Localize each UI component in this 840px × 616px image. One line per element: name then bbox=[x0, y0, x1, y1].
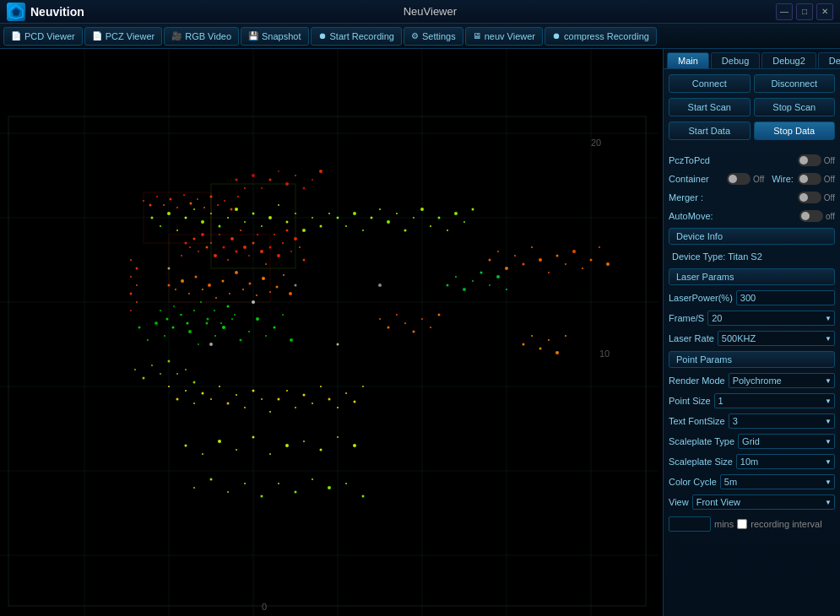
svg-point-42 bbox=[277, 254, 280, 257]
svg-point-92 bbox=[154, 322, 158, 325]
svg-point-227 bbox=[269, 453, 271, 455]
recording-interval-checkbox[interactable] bbox=[737, 519, 747, 529]
connect-row: Connect Disconnect bbox=[669, 74, 835, 93]
svg-point-209 bbox=[285, 182, 289, 186]
svg-point-43 bbox=[282, 242, 284, 244]
pcd-icon: 📄 bbox=[11, 31, 21, 41]
font-size-row: Text FontSize 12345 bbox=[669, 413, 835, 429]
svg-point-122 bbox=[447, 230, 448, 231]
render-mode-select[interactable]: PolychromeMonoIntensity bbox=[729, 373, 835, 388]
color-cycle-select[interactable]: 5m10m20m bbox=[720, 474, 835, 489]
view-select-wrapper: Front ViewTop ViewSide View bbox=[692, 494, 835, 510]
svg-point-105 bbox=[265, 335, 267, 337]
toolbar-rgb-video[interactable]: 🎥 RGB Video bbox=[164, 27, 239, 46]
svg-point-106 bbox=[274, 327, 276, 329]
svg-point-172 bbox=[176, 398, 179, 401]
color-cycle-label: Color Cycle bbox=[669, 477, 717, 487]
svg-point-146 bbox=[156, 196, 158, 197]
svg-point-213 bbox=[319, 170, 322, 173]
laser-rate-select[interactable]: 500KHZ250KHZ125KHZ bbox=[718, 331, 835, 346]
automove-toggle[interactable] bbox=[799, 210, 823, 222]
scaleplate-type-select[interactable]: GridNone bbox=[738, 434, 835, 449]
connect-button[interactable]: Connect bbox=[669, 74, 751, 93]
svg-point-53 bbox=[195, 276, 198, 278]
svg-point-238 bbox=[168, 267, 171, 270]
laser-rate-label: Laser Rate bbox=[669, 333, 714, 343]
svg-point-99 bbox=[214, 335, 216, 337]
svg-point-204 bbox=[244, 187, 246, 189]
svg-point-137 bbox=[582, 267, 583, 269]
svg-point-148 bbox=[170, 198, 172, 201]
view-select[interactable]: Front ViewTop ViewSide View bbox=[692, 494, 835, 510]
tab-debug2[interactable]: Debug2 bbox=[761, 52, 816, 68]
start-data-button[interactable]: Start Data bbox=[669, 122, 751, 140]
close-button[interactable]: ✕ bbox=[816, 3, 833, 20]
svg-point-176 bbox=[210, 398, 212, 400]
svg-point-208 bbox=[278, 170, 279, 172]
font-size-select[interactable]: 12345 bbox=[729, 413, 835, 429]
toolbar-snapshot[interactable]: 💾 Snapshot bbox=[241, 27, 308, 46]
point-size-select[interactable]: 12345 bbox=[714, 393, 835, 408]
toolbar-settings[interactable]: ⚙ Settings bbox=[404, 27, 463, 46]
svg-point-39 bbox=[265, 263, 267, 265]
device-type-value: Titan S2 bbox=[728, 251, 762, 262]
wire-toggle[interactable] bbox=[798, 173, 821, 185]
svg-point-214 bbox=[379, 318, 381, 320]
svg-point-196 bbox=[143, 377, 145, 380]
svg-point-54 bbox=[202, 289, 203, 290]
right-panel: Main Debug Debug2 Debug3 Connect Disconn… bbox=[663, 49, 840, 616]
pcztopcd-toggle[interactable] bbox=[798, 154, 821, 166]
svg-point-223 bbox=[202, 453, 203, 455]
svg-point-237 bbox=[378, 284, 382, 287]
svg-point-108 bbox=[290, 338, 293, 342]
svg-point-245 bbox=[130, 310, 132, 311]
stop-data-button[interactable]: Stop Data bbox=[754, 122, 836, 140]
svg-point-124 bbox=[463, 221, 465, 223]
minimize-button[interactable]: — bbox=[776, 3, 793, 20]
toolbar-pcd-viewer[interactable]: 📄 PCD Viewer bbox=[3, 27, 83, 46]
svg-point-24 bbox=[181, 255, 182, 257]
svg-point-205 bbox=[252, 174, 255, 177]
3d-viewer[interactable]: 20 10 0 bbox=[0, 49, 663, 616]
toolbar-pcz-viewer[interactable]: 📄 PCZ Viewer bbox=[84, 27, 162, 46]
start-scan-button[interactable]: Start Scan bbox=[669, 98, 751, 116]
svg-point-232 bbox=[353, 444, 356, 447]
pcz-icon: 📄 bbox=[92, 31, 102, 41]
point-size-select-wrapper: 12345 bbox=[714, 393, 835, 408]
svg-point-185 bbox=[286, 390, 288, 392]
svg-point-239 bbox=[130, 259, 132, 261]
svg-point-116 bbox=[396, 213, 398, 214]
framerate-select[interactable]: 20105 bbox=[707, 311, 835, 326]
disconnect-button[interactable]: Disconnect bbox=[754, 74, 836, 93]
toolbar-neuv-viewer[interactable]: 🖥 neuv Viewer bbox=[465, 27, 543, 46]
merger-toggle[interactable] bbox=[798, 192, 821, 203]
svg-point-173 bbox=[185, 390, 187, 392]
svg-point-244 bbox=[136, 301, 138, 303]
toolbar-compress-recording[interactable]: ⏺ compress Recording bbox=[545, 27, 657, 46]
recording-interval-input[interactable] bbox=[669, 516, 711, 532]
svg-point-128 bbox=[505, 267, 508, 270]
maximize-button[interactable]: □ bbox=[796, 3, 813, 20]
svg-text:10: 10 bbox=[599, 349, 610, 359]
svg-point-48 bbox=[303, 259, 306, 262]
merger-row: Merger : Off bbox=[669, 191, 835, 204]
svg-point-103 bbox=[248, 331, 250, 332]
laser-power-input[interactable] bbox=[736, 290, 835, 305]
svg-point-102 bbox=[240, 339, 242, 342]
svg-point-262 bbox=[227, 491, 229, 493]
toolbar-start-recording[interactable]: ⏺ Start Recording bbox=[311, 27, 402, 46]
snap-icon: 💾 bbox=[248, 31, 258, 41]
svg-point-151 bbox=[190, 203, 192, 205]
tab-main[interactable]: Main bbox=[667, 52, 709, 68]
svg-point-100 bbox=[222, 326, 225, 329]
svg-point-62 bbox=[256, 294, 257, 296]
tab-debug[interactable]: Debug bbox=[711, 52, 760, 68]
scaleplate-size-select[interactable]: 5m10m20m bbox=[736, 454, 835, 469]
tab-debug3[interactable]: Debug3 bbox=[818, 52, 840, 68]
svg-point-113 bbox=[371, 217, 373, 219]
svg-point-168 bbox=[220, 322, 222, 324]
stop-scan-button[interactable]: Stop Scan bbox=[754, 98, 836, 116]
device-type-row: Device Type: Titan S2 bbox=[669, 250, 835, 263]
container-toggle[interactable] bbox=[727, 173, 751, 185]
svg-point-114 bbox=[379, 208, 381, 210]
